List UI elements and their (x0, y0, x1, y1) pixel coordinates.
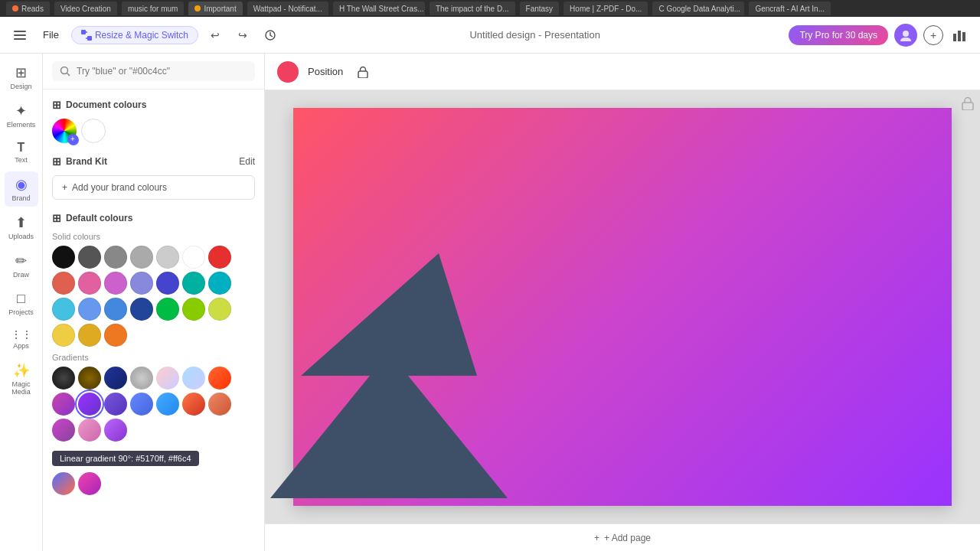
redo-button[interactable]: ↪ (232, 24, 253, 46)
document-title: Untitled design - Presentation (287, 29, 782, 41)
undo-button[interactable]: ↩ (204, 24, 226, 46)
swatch-violet[interactable] (104, 272, 127, 295)
add-color-swatch[interactable]: + (52, 119, 77, 143)
browser-tab-fantasy[interactable]: Fantasy (520, 2, 560, 15)
gradient-swatch-16[interactable] (78, 419, 101, 442)
swatch-teal-dark[interactable] (182, 272, 205, 295)
browser-tab-important[interactable]: Important (188, 2, 242, 15)
swatch-navy[interactable] (130, 298, 153, 321)
gradient-extra-2[interactable] (78, 472, 101, 495)
gradient-swatch-2[interactable] (78, 367, 101, 390)
swatch-sky[interactable] (52, 298, 75, 321)
analytics-button[interactable] (949, 24, 971, 46)
history-button[interactable] (260, 24, 281, 46)
swatch-teal[interactable] (208, 272, 231, 295)
gradient-swatch-12[interactable] (156, 393, 179, 416)
sidebar-item-draw[interactable]: ✏ Draw (5, 248, 38, 283)
canvas-viewport (265, 90, 980, 523)
file-button[interactable]: File (37, 26, 65, 44)
lock-icon[interactable] (352, 61, 374, 83)
gradient-swatch-1[interactable] (52, 367, 75, 390)
default-colours-header: ⊞ Default colours (52, 212, 255, 224)
sidebar-item-projects[interactable]: □ Projects (5, 286, 38, 321)
swatch-coral[interactable] (52, 272, 75, 295)
swatch-white[interactable] (182, 246, 205, 269)
canvas-area: Position + + Add page (265, 54, 980, 551)
menu-icon[interactable] (9, 24, 31, 46)
swatch-yellow[interactable] (52, 324, 75, 347)
gradient-swatch-17[interactable] (104, 419, 127, 442)
gradient-swatch-10[interactable] (104, 393, 127, 416)
try-pro-button[interactable]: Try Pro for 30 days (789, 25, 888, 45)
add-brand-colours-button[interactable]: + Add your brand colours (52, 175, 255, 200)
swatch-cornflower[interactable] (78, 298, 101, 321)
swatch-pink[interactable] (78, 272, 101, 295)
swatch-green[interactable] (156, 298, 179, 321)
swatch-lime[interactable] (182, 298, 205, 321)
sidebar-item-uploads[interactable]: ⬆ Uploads (5, 210, 38, 245)
browser-tab-video[interactable]: Video Creation (54, 2, 117, 15)
document-colours-section: ⊞ Document colours + (52, 99, 255, 143)
browser-tab-gencraft[interactable]: Gencraft - AI Art In... (749, 2, 831, 15)
browser-tab-reads[interactable]: Reads (6, 2, 50, 15)
swatch-gold[interactable] (78, 324, 101, 347)
svg-rect-14 (358, 71, 368, 78)
gradient-swatch-13[interactable] (182, 393, 205, 416)
document-colours-header: ⊞ Document colours (52, 99, 255, 111)
gradient-swatch-7[interactable] (208, 367, 231, 390)
add-page-button[interactable]: + + Add page (594, 533, 651, 543)
brand-kit-edit-button[interactable]: Edit (239, 156, 255, 167)
swatch-black[interactable] (52, 246, 75, 269)
sidebar-item-magic-media[interactable]: ✨ Magic Media (5, 357, 38, 400)
canvas-lock-icon[interactable] (962, 96, 974, 113)
browser-tab-google[interactable]: C Google Data Analyti... (652, 2, 744, 15)
bottom-bar: + + Add page (265, 523, 980, 551)
swatch-lavender[interactable] (130, 272, 153, 295)
gradient-swatch-4[interactable] (130, 367, 153, 390)
gradient-swatch-6[interactable] (182, 367, 205, 390)
swatch-red[interactable] (208, 246, 231, 269)
gradient-swatch-highlighted[interactable] (78, 393, 101, 416)
swatch-lightgray[interactable] (130, 246, 153, 269)
color-search-input[interactable] (77, 66, 247, 77)
browser-tab-wattpad[interactable]: Wattpad - Notificat... (247, 2, 328, 15)
svg-rect-10 (958, 31, 961, 41)
gradient-swatch-14[interactable] (208, 393, 231, 416)
color-search-wrap[interactable] (52, 61, 255, 81)
brand-kit-icon: ⊞ (52, 155, 61, 168)
svg-rect-15 (962, 103, 973, 110)
sidebar-item-text[interactable]: T Text (5, 136, 38, 168)
swatch-royalblue[interactable] (104, 298, 127, 321)
swatch-darkgray[interactable] (78, 246, 101, 269)
sidebar-item-apps[interactable]: ⋮⋮ Apps (5, 324, 38, 354)
design-canvas (293, 108, 952, 506)
swatch-orange[interactable] (104, 324, 127, 347)
white-swatch[interactable] (81, 119, 106, 143)
svg-rect-2 (14, 38, 26, 40)
sidebar-item-elements[interactable]: ✦ Elements (5, 98, 38, 133)
swatch-verylight[interactable] (156, 246, 179, 269)
browser-tab-zpdf[interactable]: Home | Z-PDF - Do... (564, 2, 648, 15)
color-indicator[interactable] (277, 61, 299, 83)
add-team-button[interactable]: + (923, 25, 943, 45)
browser-tab-wsj[interactable]: H The Wall Street Cras... (333, 2, 425, 15)
position-label[interactable]: Position (308, 66, 343, 77)
gradient-swatch-5[interactable] (156, 367, 179, 390)
gradient-swatch-11[interactable] (130, 393, 153, 416)
gradient-swatch-15[interactable] (52, 419, 75, 442)
resize-magic-switch-button[interactable]: Resize & Magic Switch (71, 26, 198, 44)
swatch-yellowgreen[interactable] (208, 298, 231, 321)
gradient-swatch-8[interactable] (52, 393, 75, 416)
gradient-extra-1[interactable] (52, 472, 75, 495)
gradient-swatch-3[interactable] (104, 367, 127, 390)
color-search-section (43, 54, 264, 90)
browser-tab-impact[interactable]: The impact of the D... (430, 2, 515, 15)
tooltip-area: Linear gradient 90°: #5170ff, #ff6c4 (52, 448, 255, 469)
sidebar-item-design[interactable]: ⊞ Design (5, 60, 38, 95)
swatch-gray[interactable] (104, 246, 127, 269)
swatch-blue-dark[interactable] (156, 272, 179, 295)
user-avatar[interactable] (894, 24, 917, 47)
browser-tab-music[interactable]: music for mum (122, 2, 185, 15)
solid-colours-label: Solid colours (52, 232, 255, 241)
sidebar-item-brand[interactable]: ◉ Brand (5, 171, 38, 207)
